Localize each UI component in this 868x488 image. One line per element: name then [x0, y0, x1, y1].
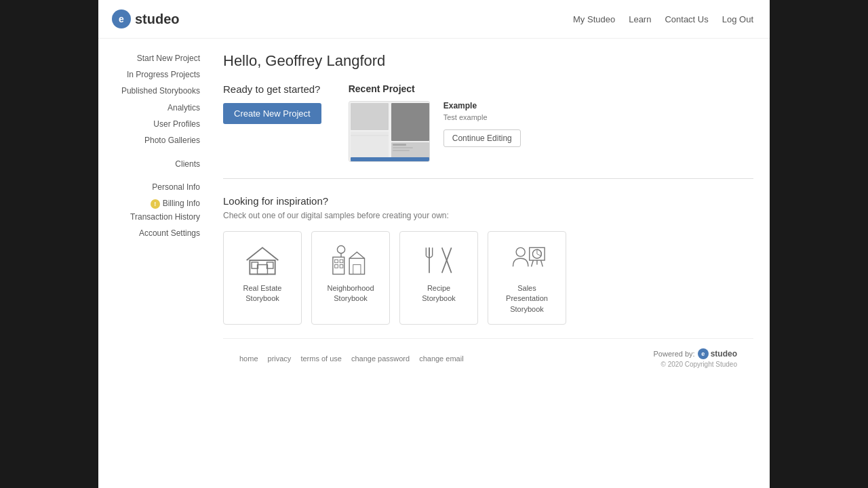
sidebar-item-user-profiles[interactable]: User Profiles [98, 118, 200, 131]
project-sub: Test example [443, 113, 521, 121]
svg-rect-15 [335, 260, 338, 263]
footer-terms[interactable]: terms of use [300, 354, 342, 363]
logo-text: studeo [135, 12, 180, 27]
sidebar-item-analytics[interactable]: Analytics [98, 102, 200, 115]
insp-card-sales[interactable]: SalesPresentationStorybook [488, 231, 566, 325]
sidebar-billing-row: ! Billing Info [98, 197, 200, 210]
continue-editing-button[interactable]: Continue Editing [443, 129, 521, 147]
svg-rect-7 [393, 147, 413, 148]
powered-logo: e studeo [698, 348, 737, 359]
powered-logo-text: studeo [711, 349, 737, 359]
footer-home[interactable]: home [239, 354, 258, 363]
insp-label-recipe: RecipeStorybook [422, 283, 456, 304]
footer-change-password[interactable]: change password [351, 354, 410, 363]
powered-by-label: Powered by: [654, 350, 695, 358]
recent-title: Recent Project [349, 83, 753, 94]
powered-logo-icon: e [698, 348, 709, 359]
copyright: © 2020 Copyright Studeo [654, 361, 738, 368]
recent-section: Recent Project [349, 83, 753, 162]
inspiration-area: Looking for inspiration? Check out one o… [223, 195, 753, 325]
nav-learn[interactable]: Learn [629, 14, 651, 24]
recipe-icon [420, 244, 458, 277]
clients-label: Clients [98, 159, 200, 169]
svg-rect-11 [258, 265, 268, 274]
house-icon [243, 244, 281, 277]
powered-by: Powered by: e studeo [654, 348, 738, 359]
header: e studeo My Studeo Learn Contact Us Log … [98, 0, 770, 39]
svg-rect-18 [340, 265, 343, 268]
svg-rect-3 [391, 103, 429, 141]
svg-rect-19 [349, 258, 364, 274]
svg-line-35 [541, 260, 543, 266]
sidebar-billing-info[interactable]: Billing Info [163, 197, 200, 210]
sidebar-personal-info[interactable]: Personal Info [98, 181, 200, 194]
sales-icon [508, 244, 546, 277]
svg-point-21 [337, 246, 344, 253]
svg-rect-16 [340, 260, 343, 263]
svg-rect-8 [393, 150, 410, 151]
svg-line-33 [537, 254, 541, 256]
top-section: Ready to get started? Create New Project… [223, 83, 753, 162]
inspiration-title: Looking for inspiration? [223, 195, 753, 207]
sidebar-transaction-history[interactable]: Transaction History [98, 211, 200, 224]
recent-content: Example Test example Continue Editing [349, 101, 753, 162]
sidebar-item-in-progress[interactable]: In Progress Projects [98, 68, 200, 81]
page-title: Hello, Geoffrey Langford [223, 52, 753, 70]
footer-right: Powered by: e studeo © 2020 Copyright St… [654, 348, 738, 368]
create-new-project-button[interactable]: Create New Project [223, 103, 321, 124]
sidebar: Start New Project In Progress Projects P… [98, 39, 207, 405]
insp-label-neighborhood: NeighborhoodStorybook [327, 283, 374, 304]
project-info: Example Test example Continue Editing [443, 101, 521, 147]
section-divider [223, 178, 753, 179]
sidebar-clients-section: Clients [98, 159, 200, 169]
svg-rect-6 [393, 144, 406, 146]
footer-links: home privacy terms of use change passwor… [239, 354, 464, 363]
inspiration-grid: Real EstateStorybook [223, 231, 753, 325]
svg-rect-1 [351, 103, 389, 130]
svg-point-29 [516, 247, 525, 256]
svg-rect-2 [351, 131, 389, 161]
sidebar-account-section: Personal Info ! Billing Info Transaction… [98, 181, 200, 240]
main-layout: Start New Project In Progress Projects P… [98, 39, 770, 405]
svg-rect-17 [335, 265, 338, 268]
footer: home privacy terms of use change passwor… [223, 338, 753, 378]
insp-label-sales: SalesPresentationStorybook [506, 283, 548, 314]
insp-card-real-estate[interactable]: Real EstateStorybook [223, 231, 302, 325]
sidebar-item-published[interactable]: Published Storybooks [98, 85, 200, 98]
inspiration-sub: Check out one of our digital samples bef… [223, 211, 753, 220]
svg-line-34 [532, 260, 534, 266]
sidebar-nav-section: Start New Project In Progress Projects P… [98, 52, 200, 147]
ready-title: Ready to get started? [223, 83, 321, 95]
thumbnail-image [349, 102, 429, 161]
sidebar-account-settings[interactable]: Account Settings [98, 227, 200, 240]
sidebar-item-start-new[interactable]: Start New Project [98, 52, 200, 65]
neighborhood-icon [332, 244, 370, 277]
svg-rect-20 [353, 265, 361, 274]
nav-my-studeo[interactable]: My Studeo [573, 14, 615, 24]
insp-card-recipe[interactable]: RecipeStorybook [399, 231, 478, 325]
logo-icon: e [112, 9, 131, 28]
insp-card-neighborhood[interactable]: NeighborhoodStorybook [311, 231, 390, 325]
nav-contact[interactable]: Contact Us [665, 14, 708, 24]
ready-section: Ready to get started? Create New Project [223, 83, 321, 124]
footer-change-email[interactable]: change email [419, 354, 463, 363]
svg-rect-9 [351, 157, 429, 161]
sidebar-item-photo-galleries[interactable]: Photo Galleries [98, 134, 200, 147]
project-label: Example [443, 101, 521, 110]
warning-icon: ! [151, 199, 160, 209]
logo[interactable]: e studeo [112, 9, 180, 28]
content: Hello, Geoffrey Langford Ready to get st… [207, 39, 770, 405]
insp-label-real-estate: Real EstateStorybook [243, 283, 282, 304]
nav-logout[interactable]: Log Out [722, 14, 753, 24]
footer-privacy[interactable]: privacy [268, 354, 292, 363]
nav: My Studeo Learn Contact Us Log Out [573, 14, 753, 24]
project-thumbnail[interactable] [349, 101, 430, 162]
